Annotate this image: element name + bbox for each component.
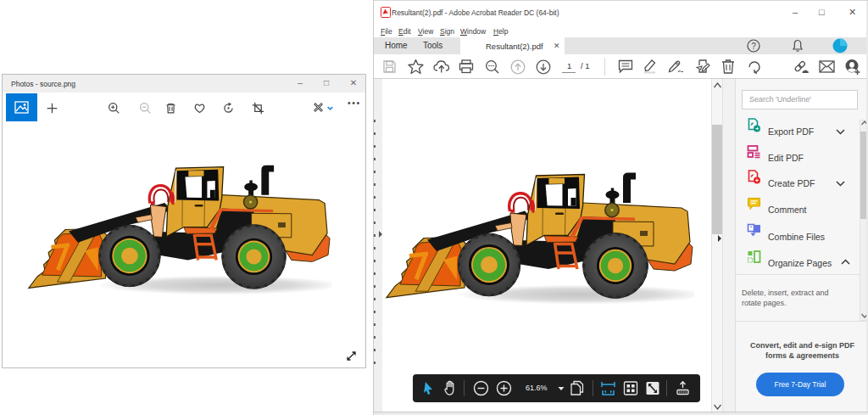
svg-text:?: ?	[751, 42, 756, 51]
